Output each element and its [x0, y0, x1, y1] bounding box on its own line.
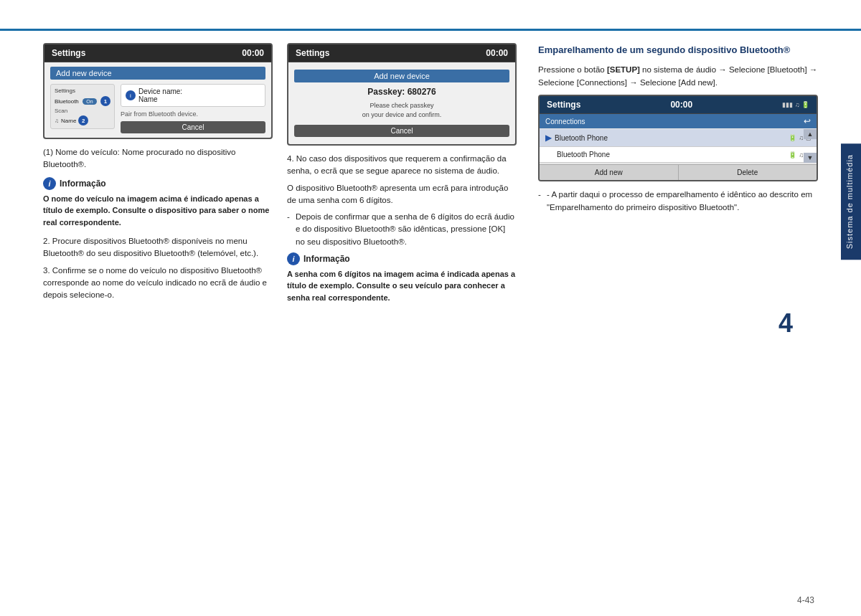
- back-arrow-icon[interactable]: ↩: [804, 116, 811, 126]
- info2-icon: i: [287, 252, 300, 265]
- mini-scan: Scan: [55, 108, 110, 114]
- info1-body: O nome do veículo na imagem acima é indi…: [43, 193, 273, 229]
- info2-title: Informação: [304, 254, 350, 264]
- mini-bt-label: Bluetooth: [55, 98, 79, 105]
- circle-num-2: 2: [78, 115, 88, 125]
- section-title-text: Emparelhamento de um segundo dispositivo…: [538, 44, 790, 55]
- screen3-wrapper: Settings 00:00 ▮▮▮ ♫ 🔋 Connections ↩ ▶ B…: [538, 95, 818, 181]
- device2-name: Bluetooth Phone: [557, 151, 610, 158]
- screen1-title: Settings: [52, 48, 85, 58]
- bt-device-row-2[interactable]: Bluetooth Phone 🔋 ♫ ◻: [540, 147, 817, 163]
- step4-main: 4. No caso dos dispositivos que requerem…: [287, 154, 507, 175]
- step3-text: 3. Confirme se o nome do veículo no disp…: [43, 265, 273, 302]
- mini-name-row: ♫ Name 2: [55, 115, 110, 125]
- device-name-box: i Device name: Name: [121, 84, 265, 107]
- screen2-time: 00:00: [486, 48, 508, 58]
- screen1-device-mini: Settings Bluetooth On 1 Scan ♫ Name 2: [50, 84, 115, 129]
- screen1-time: 00:00: [242, 48, 264, 58]
- bt-signal-icon1: 🔋: [789, 134, 796, 141]
- devices-list: ▶ Bluetooth Phone 🔋 ♫ ◻ Bluetoot: [540, 129, 817, 163]
- step3: 3. Confirme se o nome do veículo no disp…: [43, 265, 273, 302]
- screen2-title: Settings: [296, 48, 329, 58]
- page-number: 4-43: [797, 595, 814, 605]
- sidebar-label: Sistema de multimédia: [845, 154, 854, 249]
- right-dash-item: - A partir daqui o processo de emparelha…: [538, 189, 818, 214]
- sidebar-tab: Sistema de multimédia: [841, 143, 861, 260]
- caption1: (1) Nome do veículo: Nome procurado no d…: [43, 146, 273, 171]
- screen3-time: 00:00: [670, 100, 692, 110]
- info-box-2: i Informação A senha com 6 dígitos na im…: [287, 252, 517, 304]
- info1-icon: i: [43, 177, 56, 190]
- passkey-line1: Please check passkey: [370, 102, 433, 109]
- screen3-title: Settings: [547, 100, 580, 110]
- step2: 2. Procure dispositivos Bluetooth® dispo…: [43, 235, 273, 260]
- device1-indicator: ▶ Bluetooth Phone: [545, 133, 608, 143]
- pair-text: Pair from Bluetooth device.: [121, 110, 265, 118]
- screen1-body: Add new device Settings Bluetooth On 1 S…: [44, 62, 271, 138]
- screen2-cancel-btn[interactable]: Cancel: [294, 125, 509, 137]
- delete-btn[interactable]: Delete: [679, 165, 817, 180]
- mini-device: Settings Bluetooth On 1 Scan ♫ Name 2: [50, 84, 115, 129]
- bt-music-icon2: ♫: [799, 151, 804, 158]
- screen3-header: Settings 00:00 ▮▮▮ ♫ 🔋: [540, 96, 817, 114]
- screen3-status-icons: ▮▮▮ ♫ 🔋: [782, 101, 809, 108]
- setup-keyword: [SETUP]: [607, 65, 640, 74]
- step4-dash: Depois de confirmar que a senha de 6 díg…: [287, 211, 517, 248]
- scroll-down-btn[interactable]: ▼: [804, 153, 817, 163]
- step4-text: 4. No caso dos dispositivos que requerem…: [287, 153, 517, 178]
- info1-header: i Informação: [43, 177, 273, 190]
- passkey-text: Passkey: 680276: [294, 87, 509, 97]
- step2-text: 2. Procure dispositivos Bluetooth® dispo…: [43, 235, 273, 260]
- screen1-add-new: Add new device: [50, 67, 265, 80]
- info1-title: Informação: [60, 179, 106, 189]
- info2-body: A senha com 6 dígitos na imagem acima é …: [287, 268, 517, 304]
- section-title: Emparelhamento de um segundo dispositivo…: [538, 43, 818, 57]
- right-dash-text: - A partir daqui o processo de emparelha…: [547, 190, 812, 211]
- screen1-header: Settings 00:00: [44, 44, 271, 62]
- bt-device-row-1[interactable]: ▶ Bluetooth Phone 🔋 ♫ ◻: [540, 129, 817, 147]
- right-body1: Pressione o botão [SETUP] no sistema de …: [538, 63, 818, 90]
- screen3: Settings 00:00 ▮▮▮ ♫ 🔋 Connections ↩ ▶ B…: [538, 95, 818, 181]
- chapter-number: 4: [778, 308, 793, 338]
- screen2: Settings 00:00 Add new device Passkey: 6…: [287, 43, 517, 146]
- bt-signal-icon2: 🔋: [789, 151, 796, 158]
- mini-toggle: On: [83, 98, 96, 105]
- screen3-body: Connections ↩ ▶ Bluetooth Phone 🔋 ♫: [540, 114, 817, 180]
- left-column: Settings 00:00 Add new device Settings B…: [43, 43, 287, 594]
- info-box-1: i Informação O nome do veículo na imagem…: [43, 177, 273, 229]
- screen1-right-info: i Device name: Name Pair from Bluetooth …: [121, 84, 265, 133]
- mini-device-title: Settings: [55, 87, 110, 94]
- middle-column: Settings 00:00 Add new device Passkey: 6…: [287, 43, 531, 594]
- mini-name-label: Name: [61, 118, 76, 124]
- mini-bt-row: Bluetooth On 1: [55, 96, 110, 106]
- top-decorative-line: [0, 29, 861, 31]
- screen3-actions: Add new Delete: [540, 164, 817, 180]
- scroll-up-btn[interactable]: ▲: [804, 129, 817, 139]
- screen2-header: Settings 00:00: [288, 44, 515, 62]
- info2-header: i Informação: [287, 252, 517, 265]
- passkey-instruction: Please check passkey on your device and …: [294, 101, 509, 119]
- step4-bt-text: O dispositivo Bluetooth® apresenta um ec…: [287, 182, 517, 207]
- add-new-btn[interactable]: Add new: [540, 165, 679, 180]
- device-name-text: Device name: Name: [138, 87, 182, 103]
- connections-bar: Connections ↩: [540, 114, 817, 128]
- bt-music-icon1: ♫: [799, 134, 804, 141]
- screen2-body: Add new device Passkey: 680276 Please ch…: [288, 62, 515, 144]
- right-column: Emparelhamento de um segundo dispositivo…: [531, 43, 818, 594]
- device2-name-cell: Bluetooth Phone: [545, 151, 610, 158]
- info-circle-icon: i: [126, 90, 136, 100]
- screen2-add-new: Add new device: [294, 70, 509, 82]
- screen1-cancel-btn[interactable]: Cancel: [121, 121, 265, 133]
- scroll-arrows: ▲ ▼: [804, 129, 817, 163]
- screen1-inner: Settings Bluetooth On 1 Scan ♫ Name 2: [50, 84, 265, 133]
- connections-label: Connections: [545, 118, 585, 125]
- device1-arrow: ▶: [545, 133, 552, 143]
- screen1: Settings 00:00 Add new device Settings B…: [43, 43, 273, 139]
- passkey-line2: on your device and confirm.: [362, 111, 442, 118]
- step4-dash-text: Depois de confirmar que a senha de 6 díg…: [296, 212, 514, 246]
- circle-num-1: 1: [100, 96, 110, 106]
- device1-name: Bluetooth Phone: [555, 134, 608, 142]
